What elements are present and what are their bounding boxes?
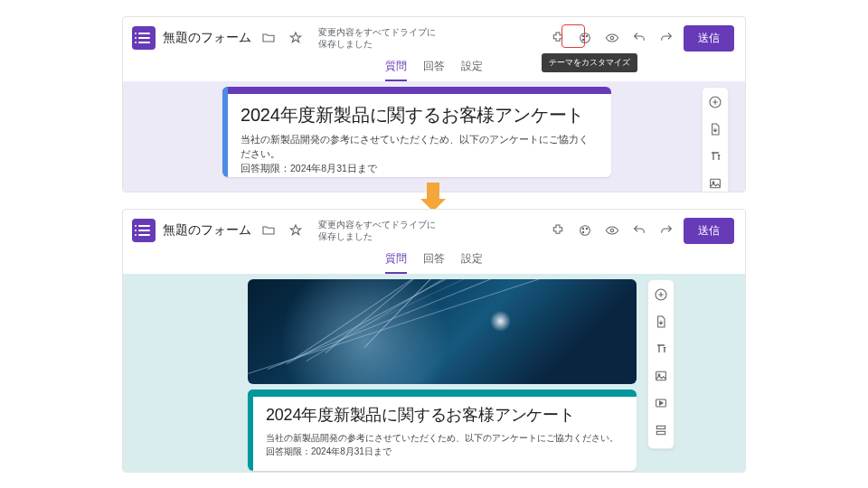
tab-responses[interactable]: 回答 (423, 59, 445, 81)
svg-point-4 (610, 36, 613, 39)
add-question-icon[interactable] (654, 287, 668, 305)
svg-point-8 (580, 226, 590, 236)
header-image[interactable] (248, 279, 637, 384)
doc-title[interactable]: 無題のフォーム (163, 222, 251, 239)
palette-icon[interactable] (575, 221, 595, 240)
add-question-icon[interactable] (708, 95, 722, 113)
form-title[interactable]: 2024年度新製品に関するお客様アンケート (241, 103, 597, 127)
tab-questions[interactable]: 質問 (385, 251, 407, 274)
video-icon[interactable] (654, 396, 668, 414)
form-description[interactable]: 当社の新製品開発の参考にさせていただくため、以下のアンケートにご協力ください。回… (241, 133, 597, 175)
form-description[interactable]: 当社の新製品開発の参考にさせていただくため、以下のアンケートにご協力ください。回… (266, 431, 622, 458)
redo-icon[interactable] (656, 221, 676, 240)
svg-point-12 (610, 229, 613, 231)
image-icon[interactable] (708, 176, 722, 192)
palette-highlight (561, 24, 585, 48)
svg-point-2 (586, 35, 587, 36)
form-title-card[interactable]: .stage.bottom .card.topbar::before{backg… (248, 389, 637, 471)
title-icon[interactable] (654, 342, 668, 360)
svg-point-10 (586, 228, 587, 229)
star-icon[interactable] (286, 28, 306, 48)
doc-title[interactable]: 無題のフォーム (163, 30, 251, 46)
side-toolbar (702, 87, 729, 192)
send-button[interactable]: 送信 (684, 218, 734, 244)
svg-rect-17 (656, 426, 665, 428)
import-icon[interactable] (654, 314, 668, 333)
forms-logo[interactable] (132, 219, 156, 242)
forms-editor-before: 無題のフォーム 変更内容をすべてドライブに保存しました 送信 テーマをカスタマイ… (122, 16, 746, 192)
preview-icon[interactable] (602, 221, 622, 240)
star-icon[interactable] (286, 221, 306, 240)
preview-icon[interactable] (602, 28, 622, 48)
svg-rect-18 (656, 431, 665, 434)
tabs: 質問 回答 設定 (123, 53, 745, 81)
title-icon[interactable] (708, 149, 722, 167)
header: 無題のフォーム 変更内容をすべてドライブに保存しました 送信 (123, 17, 745, 53)
forms-logo[interactable] (132, 26, 156, 50)
undo-icon[interactable] (629, 221, 649, 240)
tab-settings[interactable]: 設定 (461, 59, 483, 81)
svg-rect-6 (711, 179, 721, 187)
side-toolbar (647, 279, 675, 449)
palette-tooltip: テーマをカスタマイズ (542, 53, 637, 72)
section-icon[interactable] (654, 423, 668, 441)
undo-icon[interactable] (629, 28, 649, 48)
folder-icon[interactable] (259, 28, 278, 48)
canvas: .stage.bottom .card.topbar::before{backg… (123, 274, 745, 473)
canvas: .stage.top .card.topbar::before{backgrou… (123, 81, 745, 192)
svg-point-11 (582, 231, 583, 232)
forms-editor-after: 無題のフォーム 変更内容をすべてドライブに保存しました 送信 質問 回答 設定 (122, 209, 746, 473)
tab-responses[interactable]: 回答 (423, 251, 445, 274)
folder-icon[interactable] (259, 221, 278, 240)
import-icon[interactable] (708, 122, 722, 140)
addon-icon[interactable] (548, 221, 568, 240)
header: 無題のフォーム 変更内容をすべてドライブに保存しました 送信 (123, 210, 745, 246)
svg-rect-14 (656, 371, 666, 380)
save-status: 変更内容をすべてドライブに保存しました (318, 26, 436, 50)
svg-point-9 (582, 228, 583, 229)
send-button[interactable]: 送信 (684, 25, 734, 52)
form-title-card[interactable]: .stage.top .card.topbar::before{backgrou… (222, 87, 611, 177)
image-icon[interactable] (654, 369, 668, 387)
tabs: 質問 回答 設定 (123, 246, 745, 274)
form-title[interactable]: 2024年度新製品に関するお客様アンケート (266, 404, 622, 426)
tab-questions[interactable]: 質問 (385, 59, 407, 81)
save-status: 変更内容をすべてドライブに保存しました (318, 219, 436, 242)
arrow-down-icon (427, 183, 446, 211)
tab-settings[interactable]: 設定 (461, 251, 483, 274)
redo-icon[interactable] (656, 28, 676, 48)
